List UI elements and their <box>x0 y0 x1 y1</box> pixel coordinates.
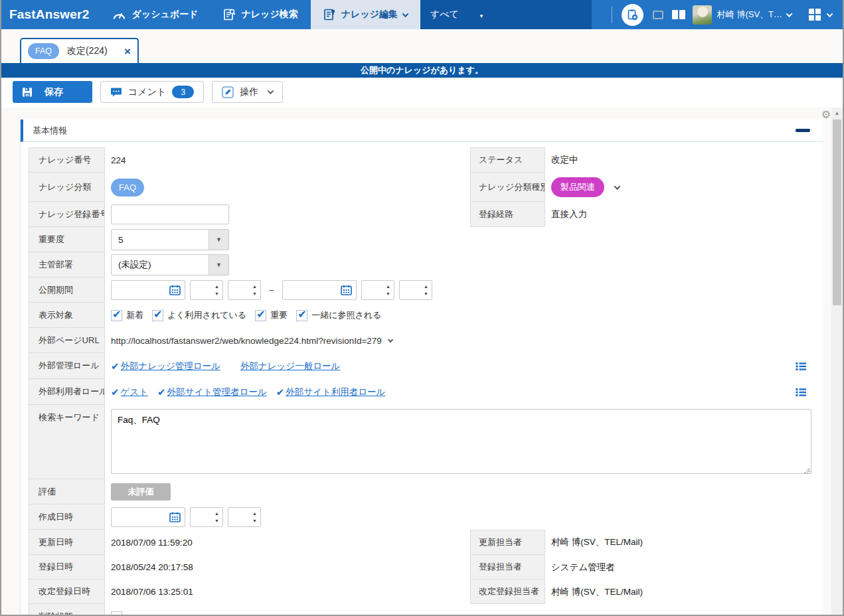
single-pane-view-button[interactable] <box>653 11 663 19</box>
scrollbar-up-arrow-icon[interactable] <box>831 110 843 116</box>
collapse-section-button[interactable] <box>796 129 810 132</box>
step-down-icon <box>424 291 428 296</box>
app-logo: FastAnswer2 <box>1 0 100 29</box>
action-menu-button[interactable]: 操作 <box>212 81 283 103</box>
created-minute-stepper[interactable] <box>228 507 261 527</box>
form-body: ナレッジ番号 224 ナレッジ分類 FAQ ナレッジ登録番号 <box>21 142 823 615</box>
step-up-icon <box>386 284 390 289</box>
step-down-icon <box>386 291 390 296</box>
field-registration-route: 登録経路 直接入力 <box>470 202 823 227</box>
nav-right-cluster: 村崎 博(SV、T… <box>612 0 843 29</box>
publish-end-hour-stepper[interactable] <box>361 280 394 300</box>
app-grid-chevron-icon[interactable] <box>827 11 833 17</box>
close-icon[interactable] <box>124 46 131 57</box>
field-label: ステータス <box>470 147 545 173</box>
document-edit-icon <box>323 9 336 21</box>
split-pane-view-button[interactable] <box>672 10 685 19</box>
tab-faq-badge: FAQ <box>28 43 59 59</box>
comment-button-label: コメント <box>128 86 166 98</box>
field-label: ナレッジ番号 <box>29 147 105 173</box>
publish-end-date-input[interactable] <box>282 280 357 300</box>
nav-item-knowledge-edit[interactable]: ナレッジ編集 <box>311 0 420 29</box>
clipboard-add-button[interactable] <box>622 4 643 26</box>
step-up-icon <box>214 511 219 516</box>
chevron-down-icon <box>402 11 409 17</box>
display-target-checkbox-referenced-together[interactable] <box>296 310 307 321</box>
role-link-external-site-user[interactable]: 外部サイト利用者ロール <box>286 386 385 398</box>
user-menu-chevron-icon[interactable] <box>786 11 793 17</box>
publish-start-hour-stepper[interactable] <box>190 280 223 300</box>
field-label: ナレッジ分類種別 <box>470 172 545 202</box>
role-link-guest[interactable]: ゲスト <box>121 386 148 398</box>
field-value: 直接入力 <box>545 202 823 227</box>
app-grid-button[interactable] <box>809 9 821 21</box>
field-label: 登録経路 <box>470 201 545 227</box>
checkbox-item: 新着 <box>111 309 143 321</box>
resize-handle[interactable] <box>803 467 810 474</box>
display-target-checkbox-new[interactable] <box>111 310 122 321</box>
field-created-datetime: 作成日時 <box>29 504 811 530</box>
role-item: 外部ナレッジ管理ロール <box>111 360 220 372</box>
dashboard-gauge-icon <box>112 9 126 20</box>
role-link-external-knowledge-general[interactable]: 外部ナレッジ一般ロール <box>240 360 340 372</box>
chevron-down-icon[interactable] <box>388 337 393 342</box>
role-list-icon[interactable] <box>796 362 806 371</box>
publish-start-minute-stepper[interactable] <box>228 280 261 300</box>
scrollbar-thumb[interactable] <box>833 119 841 305</box>
field-department: 主管部署 (未設定) <box>29 252 811 277</box>
save-button[interactable]: 保存 <box>13 81 92 103</box>
field-label: 登録担当者 <box>470 554 545 579</box>
check-icon <box>276 386 285 398</box>
step-down-icon <box>252 518 257 523</box>
field-status: ステータス 改定中 <box>470 147 823 173</box>
field-value: 村崎 博(SV、TEL/Mail) <box>545 530 823 555</box>
publish-end-minute-stepper[interactable] <box>399 280 432 300</box>
nav-item-knowledge-search[interactable]: ナレッジ検索 <box>211 0 310 29</box>
comment-button[interactable]: コメント 3 <box>100 81 204 103</box>
delete-state-checkbox[interactable] <box>111 611 122 615</box>
display-target-checkbox-frequently-used[interactable] <box>152 310 163 321</box>
field-revision-person: 改定登録担当者 村崎 博(SV、TEL/Mail) <box>470 579 823 604</box>
knowledge-reg-number-input[interactable] <box>111 204 229 224</box>
field-label: 主管部署 <box>29 252 105 277</box>
field-importance: 重要度 5 <box>29 227 811 252</box>
created-hour-stepper[interactable] <box>190 507 223 527</box>
field-label: 表示対象 <box>29 302 105 328</box>
vertical-scrollbar[interactable] <box>831 108 843 615</box>
product-related-badge[interactable]: 製品関連 <box>551 177 604 197</box>
tab-knowledge-revision[interactable]: FAQ 改定(224) <box>20 38 139 63</box>
field-label: 評価 <box>29 479 105 504</box>
save-button-label: 保存 <box>44 86 63 98</box>
user-name[interactable]: 村崎 博(SV、T… <box>717 9 782 21</box>
role-link-external-knowledge-admin[interactable]: 外部ナレッジ管理ロール <box>121 360 220 372</box>
faq-category-badge[interactable]: FAQ <box>111 179 144 196</box>
form-column-right-top: ステータス 改定中 ナレッジ分類種別 製品関連 登録経路 直接入力 <box>470 147 823 227</box>
field-label: 公開期間 <box>29 277 105 303</box>
pencil-square-icon <box>222 86 234 98</box>
chevron-down-icon[interactable] <box>614 183 621 190</box>
user-avatar[interactable] <box>693 5 712 25</box>
display-target-checkbox-important[interactable] <box>255 310 266 321</box>
role-list-icon[interactable] <box>796 388 806 397</box>
nav-item-dashboard[interactable]: ダッシュボード <box>100 0 211 29</box>
step-up-icon <box>252 284 257 289</box>
role-item: 外部サイト管理者ロール <box>157 386 267 398</box>
step-up-icon <box>252 511 257 516</box>
comment-count-badge: 3 <box>172 86 194 98</box>
created-date-input[interactable] <box>111 507 185 527</box>
field-external-page-url: 外部ページURL http://localhost/fastanswer2/we… <box>29 328 811 353</box>
department-select[interactable]: (未設定) <box>111 254 229 275</box>
scope-select[interactable]: すべて <box>420 0 592 29</box>
field-label: 改定登録日時 <box>29 579 105 604</box>
field-label: ナレッジ登録番号 <box>29 201 105 227</box>
app-window: FastAnswer2 ダッシュボード ナレッジ検索 ナレッジ編集 すべて <box>0 0 844 616</box>
publish-start-date-input[interactable] <box>111 280 185 300</box>
tab-bar: FAQ 改定(224) <box>1 29 843 63</box>
role-link-external-site-admin[interactable]: 外部サイト管理者ロール <box>167 386 267 398</box>
rating-unrated-button: 未評価 <box>111 483 171 501</box>
role-item: 外部ナレッジ一般ロール <box>240 360 340 372</box>
importance-select[interactable]: 5 <box>111 229 229 250</box>
field-label: 外部利用者ロール <box>29 378 105 405</box>
checkbox-label: 重要 <box>270 309 288 321</box>
search-keywords-textarea[interactable]: Faq、FAQ <box>111 409 811 474</box>
